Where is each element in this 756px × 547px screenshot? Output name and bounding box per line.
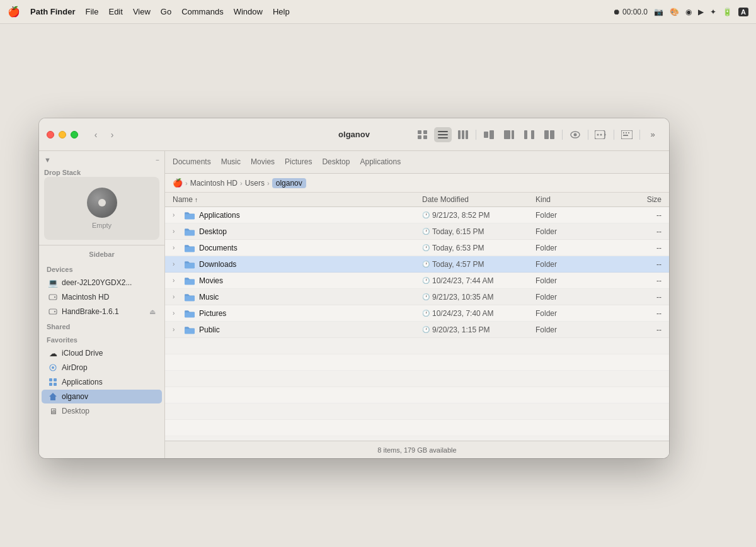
drop-stack-minus-icon[interactable]: − [156, 157, 159, 164]
sidebar-item-olganov[interactable]: olganov [42, 390, 162, 403]
loc-tab-movies[interactable]: Movies [251, 155, 275, 170]
file-name-text: Public [199, 325, 220, 334]
sidebar-item-macintosh-hd[interactable]: Macintosh HD [42, 290, 162, 304]
loc-tab-applications[interactable]: Applications [360, 155, 401, 170]
file-size: -- [611, 244, 662, 252]
expand-arrow-icon[interactable]: › [173, 277, 180, 284]
table-row[interactable]: › Public 🕐 9/20/23, 1:15 PM Folder -- [165, 322, 669, 338]
clock-icon: 🕐 [422, 244, 430, 251]
preview-button[interactable] [500, 127, 518, 142]
expand-arrow-icon[interactable]: › [173, 228, 180, 235]
menu-go[interactable]: Go [161, 7, 171, 16]
disk-icon [48, 292, 58, 302]
color-sync-icon[interactable]: 🎨 [670, 8, 679, 16]
more-button[interactable]: » [644, 127, 662, 142]
breadcrumb-apple-icon[interactable]: 🍎 [173, 178, 183, 188]
loc-tab-pictures[interactable]: Pictures [285, 155, 312, 170]
file-kind: Folder [536, 309, 611, 318]
expand-arrow-icon[interactable]: › [173, 261, 180, 268]
view-column-button[interactable] [454, 127, 472, 142]
menu-window[interactable]: Window [234, 7, 263, 16]
view-grid-button[interactable] [414, 127, 432, 142]
view-list-button[interactable] [434, 127, 452, 142]
toolbar-separator-1 [476, 130, 476, 140]
table-row[interactable]: › Music 🕐 9/21/23, 10:35 AM Folder -- [165, 289, 669, 305]
loc-tab-desktop[interactable]: Desktop [322, 155, 350, 170]
col-header-kind[interactable]: Kind [536, 195, 611, 204]
clock-icon: 🕐 [422, 211, 430, 218]
table-row[interactable]: › Movies 🕐 10/24/23, 7:44 AM Folder -- [165, 273, 669, 289]
menu-file[interactable]: File [86, 7, 99, 16]
sidebar-item-olganov-label: olganov [62, 392, 88, 401]
loc-tab-documents[interactable]: Documents [173, 155, 211, 170]
reeder-icon[interactable]: ◉ [685, 8, 692, 16]
svg-rect-15 [531, 130, 534, 139]
toolbar-separator-2 [562, 130, 563, 140]
dual-button[interactable] [541, 127, 558, 142]
menu-commands[interactable]: Commands [181, 7, 223, 16]
battery-icon[interactable]: 🔋 [723, 8, 732, 16]
expand-arrow-icon[interactable]: › [173, 326, 180, 333]
play-icon[interactable]: ▶ [698, 8, 704, 16]
sidebar-item-deer[interactable]: 💻 deer-J2L20YGDX2... [42, 276, 162, 290]
computer-icon: 💻 [48, 278, 58, 288]
table-row[interactable]: › Applications 🕐 9/21/23, 8:52 PM Folder… [165, 207, 669, 223]
empty-row [165, 420, 669, 436]
a-icon[interactable]: A [738, 8, 748, 16]
eject-icon[interactable]: ⏏ [149, 308, 156, 316]
file-name-text: Movies [199, 276, 223, 285]
location-tabs: Documents Music Movies Pictures Desktop … [165, 151, 669, 174]
table-row[interactable]: › Documents 🕐 Today, 6:53 PM Folder -- [165, 240, 669, 256]
table-row[interactable]: › Pictures 🕐 10/24/23, 7:40 AM Folder -- [165, 305, 669, 322]
bluetooth-icon[interactable]: ✦ [710, 8, 716, 16]
col-header-date[interactable]: Date Modified [422, 195, 536, 204]
minimize-button[interactable] [59, 131, 66, 138]
forward-button[interactable]: › [105, 128, 120, 142]
drop-stack-chevron-icon[interactable]: ▼ [44, 156, 51, 164]
breadcrumb-macintosh-hd[interactable]: Macintosh HD [190, 179, 238, 188]
file-date: 🕐 10/24/23, 7:44 AM [422, 276, 536, 285]
table-row[interactable]: › Desktop 🕐 Today, 6:15 PM Folder -- [165, 223, 669, 240]
expand-arrow-icon[interactable]: › [173, 244, 180, 251]
menubar-left: 🍎 Path Finder File Edit View Go Commands… [8, 6, 290, 18]
app-name[interactable]: Path Finder [30, 7, 76, 16]
sidebar-item-icloud[interactable]: ☁ iCloud Drive [42, 346, 162, 360]
breadcrumb-users[interactable]: Users [245, 179, 265, 188]
expand-arrow-icon[interactable]: › [173, 211, 180, 218]
eye-button[interactable] [566, 127, 584, 142]
sidebar-item-applications[interactable]: Applications [42, 375, 162, 389]
loc-tab-music[interactable]: Music [221, 155, 241, 170]
breadcrumb-olganov[interactable]: olganov [272, 178, 306, 188]
preview2-button[interactable] [520, 127, 538, 142]
svg-rect-17 [550, 130, 554, 139]
close-button[interactable] [47, 131, 54, 138]
expand-arrow-icon[interactable]: › [173, 293, 180, 300]
svg-point-22 [600, 133, 602, 135]
apple-menu[interactable]: 🍎 [8, 6, 20, 18]
expand-arrow-icon[interactable]: › [173, 310, 180, 317]
drop-stack-label: Drop Stack [44, 169, 81, 176]
action-menu-button[interactable] [592, 127, 610, 142]
file-date-text: Today, 4:57 PM [432, 260, 484, 269]
file-size: -- [611, 260, 662, 269]
menu-help[interactable]: Help [273, 7, 290, 16]
keyboard-button[interactable] [618, 127, 636, 142]
menu-edit[interactable]: Edit [108, 7, 122, 16]
file-size: -- [611, 276, 662, 285]
sidebar-item-desktop[interactable]: 🖥 Desktop [42, 404, 162, 418]
file-date: 🕐 Today, 4:57 PM [422, 260, 536, 269]
sidebar-item-handbrake[interactable]: HandBrake-1.6.1 ⏏ [42, 305, 162, 319]
empty-row [165, 338, 669, 354]
svg-rect-36 [54, 378, 57, 381]
svg-rect-8 [462, 130, 464, 139]
table-row[interactable]: › Downloads 🕐 Today, 4:57 PM Folder -- [165, 256, 669, 273]
sidebar-item-airdrop[interactable]: AirDrop [42, 361, 162, 375]
menu-view[interactable]: View [133, 7, 151, 16]
col-header-size[interactable]: Size [611, 195, 662, 204]
back-button[interactable]: ‹ [88, 128, 103, 142]
svg-rect-0 [418, 130, 421, 134]
screenshot-icon[interactable]: 📷 [654, 8, 663, 16]
maximize-button[interactable] [71, 131, 78, 138]
cover-flow-button[interactable] [480, 127, 498, 142]
col-header-name[interactable]: Name ↑ [173, 195, 422, 204]
